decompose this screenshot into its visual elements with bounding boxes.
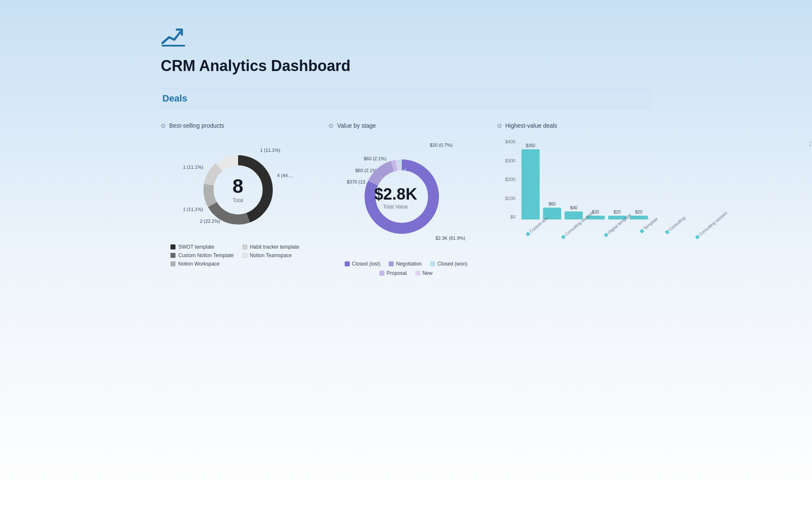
legend-dot-swot	[170, 244, 176, 249]
clock-icon-3: ⊙	[497, 122, 502, 129]
x-icon-consulting-1	[561, 235, 565, 239]
legend-dot-closed-won	[430, 261, 435, 266]
donut-value-stage: $2.8K	[374, 186, 417, 202]
bar-chart: $400 $300 $200 $100 $0	[497, 139, 651, 249]
x-icon-consulting	[665, 230, 669, 234]
legend-negotiation: Negotiation	[389, 261, 422, 267]
x-label-consulting-2: Consulting session	[690, 222, 730, 249]
legend-dot-habit	[242, 244, 247, 249]
value-donut-with-labels: $20 (0.7%) $60 (2.1%) $60 (2.1%) $370 (1…	[338, 139, 474, 258]
value-stage-legend: Closed (lost) Negotiation Closed (won) P…	[329, 261, 483, 276]
bars: $350 $60 $40 $20	[518, 139, 651, 219]
legend-dot-proposal	[379, 271, 384, 276]
donut-with-labels: 1 (11.1%) 1 (11.1%) 1 (11.1%) 2 (22.2%) …	[179, 139, 297, 241]
value-by-stage-title: ⊙ Value by stage	[329, 122, 483, 129]
value-by-stage-card: ⊙ Value by stage $20 (0.7%) $60 (2.1%) $…	[329, 122, 483, 276]
legend-closed-lost: Closed (lost)	[345, 261, 380, 267]
donut-label-best: Total	[233, 197, 244, 203]
legend-new: New	[415, 270, 433, 276]
donut-center-value: $2.8K Total Value	[374, 186, 417, 210]
bar-template: $20	[586, 139, 604, 219]
legend-proposal: Proposal	[379, 270, 406, 276]
best-selling-title: ⊙ Best-selling products	[161, 122, 315, 129]
logo-icon	[161, 25, 651, 57]
donut-label-stage: Total Value	[374, 204, 417, 210]
legend-dot-negotiation	[389, 261, 394, 266]
best-selling-card: ⊙ Best-selling products 1 (11.1%) 1 (11.…	[161, 122, 315, 267]
x-icon-consulting-2	[695, 235, 700, 239]
scrollbar-line-2	[809, 145, 811, 146]
legend-dot-custom	[170, 253, 176, 258]
scrollbar-line-1	[809, 142, 811, 143]
bar-consulting-session-1: $60	[543, 139, 561, 219]
legend-dot-notion	[170, 261, 176, 266]
bar-rect-consulting-2	[630, 216, 648, 220]
best-selling-donut-container: 1 (11.1%) 1 (11.1%) 1 (11.1%) 2 (22.2%) …	[161, 139, 315, 267]
x-label-consulting: Consulting	[661, 222, 686, 249]
x-label-consulting-1: Consulting session	[556, 222, 596, 249]
clock-icon-2: ⊙	[329, 122, 334, 129]
x-icon-template	[639, 229, 644, 233]
legend-dot-closed-lost	[345, 261, 350, 266]
x-icon-custom	[525, 232, 530, 236]
donut-value-best: 8	[233, 176, 244, 196]
charts-row: ⊙ Best-selling products 1 (11.1%) 1 (11.…	[161, 122, 651, 276]
donut-center-best: 8 Total	[233, 176, 244, 203]
legend-dot-teamspace	[242, 253, 247, 258]
label-won: $20 (0.7%)	[430, 143, 453, 148]
x-label-custom: Custom tem...	[521, 222, 552, 249]
bar-consulting: $20	[608, 139, 626, 219]
legend-swot: SWOT template	[170, 244, 233, 250]
bar-consulting-session-2: $20	[630, 139, 648, 219]
x-label-template: Template	[636, 222, 658, 249]
legend-closed-won: Closed (won)	[430, 261, 467, 267]
legend-custom: Custom Notion Template	[170, 252, 233, 258]
clock-icon-1: ⊙	[161, 122, 166, 129]
bar-digital-template: $40	[565, 139, 583, 219]
x-label-digital: Digital template	[599, 222, 633, 249]
x-labels: Custom tem... Consulting session Digital…	[518, 222, 651, 249]
legend-teamspace: Notion Teamspace	[242, 252, 305, 258]
page-title: CRM Analytics Dashboard	[161, 57, 651, 75]
best-selling-legend: SWOT template Habit tracker template Cus…	[170, 244, 305, 267]
legend-notion: Notion Workspace	[170, 261, 233, 267]
x-icon-digital	[604, 233, 608, 237]
y-axis: $400 $300 $200 $100 $0	[497, 139, 516, 219]
label-teamspace: 4 (44....	[277, 173, 293, 178]
bar-custom: $350	[521, 139, 540, 219]
deals-section-header: Deals	[161, 88, 651, 109]
highest-value-card: ⊙ Highest-value deals $400 $300 $200 $10…	[497, 122, 651, 249]
scrollbar[interactable]	[809, 127, 812, 161]
bar-rect-digital	[565, 211, 583, 219]
legend-habit: Habit tracker template	[242, 244, 305, 250]
bar-rect-custom	[521, 149, 540, 219]
legend-dot-new	[415, 271, 420, 276]
highest-value-title: ⊙ Highest-value deals	[497, 122, 651, 129]
